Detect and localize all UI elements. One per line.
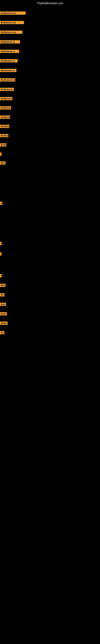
- bar-item-26: Bo: [0, 331, 4, 334]
- bar-item-24: Bottl: [0, 312, 7, 315]
- bar-label-22: Bo: [0, 293, 4, 296]
- bar-label-3: Bottleneck re: [0, 40, 20, 44]
- bar-item-21: Bott: [0, 283, 6, 287]
- bar-label-25: Bottle: [0, 322, 8, 325]
- bar-item-4: Bottleneck re: [0, 49, 19, 53]
- bar-label-18: B: [0, 242, 2, 245]
- bar-item-2: Bottleneck res: [0, 30, 22, 34]
- bar-item-15: |: [0, 152, 1, 156]
- bar-item-0: Bottleneck res: [0, 11, 26, 15]
- bar-item-22: Bo: [0, 293, 4, 296]
- bar-label-0: Bottleneck res: [0, 12, 26, 15]
- bar-item-14: Bottle: [0, 143, 6, 146]
- bar-item-25: Bottle: [0, 321, 8, 325]
- bar-item-7: Bottleneck re: [0, 78, 15, 82]
- bar-item-11: Bottleneck: [0, 115, 10, 119]
- bar-label-8: Bottleneck re: [0, 88, 14, 91]
- bar-item-19: |: [0, 252, 1, 256]
- bar-item-12: Bottleneck: [0, 124, 9, 128]
- bar-label-2: Bottleneck res: [0, 30, 22, 34]
- bar-label-11: Bottleneck: [0, 116, 10, 119]
- bar-label-20: B: [0, 274, 2, 277]
- bar-label-16: Bott: [0, 162, 6, 164]
- bar-item-8: Bottleneck re: [0, 87, 14, 91]
- bar-label-15: |: [0, 152, 1, 156]
- bar-label-12: Bottleneck: [0, 125, 9, 128]
- bar-label-14: Bottle: [0, 143, 6, 146]
- bar-item-18: B: [0, 242, 2, 245]
- bar-item-16: Bott: [0, 161, 6, 164]
- bar-label-1: Bottleneck res: [0, 21, 24, 24]
- bar-item-13: Bottleneck: [0, 134, 8, 137]
- bar-label-23: Bott: [0, 303, 6, 306]
- bar-item-17: 6: [0, 201, 2, 205]
- site-title: TheBottlenecker.com: [0, 0, 100, 6]
- bar-item-1: Bottleneck res: [0, 20, 24, 24]
- bar-item-20: B: [0, 274, 2, 277]
- bar-label-21: Bott: [0, 284, 6, 287]
- bar-item-9: Bottleneck r: [0, 96, 12, 100]
- bar-label-10: Bottleneck r: [0, 106, 11, 110]
- bar-label-4: Bottleneck re: [0, 50, 19, 53]
- bar-item-10: Bottleneck r: [0, 106, 11, 110]
- bar-item-6: Bottleneck re: [0, 68, 16, 72]
- bar-item-3: Bottleneck re: [0, 40, 20, 44]
- bar-label-7: Bottleneck re: [0, 78, 15, 82]
- bar-label-6: Bottleneck re: [0, 69, 16, 72]
- bar-label-5: Bottleneck re: [0, 59, 18, 62]
- bar-label-19: |: [0, 252, 1, 256]
- bar-label-13: Bottleneck: [0, 134, 8, 137]
- bar-label-17: 6: [0, 202, 2, 205]
- bar-item-23: Bott: [0, 302, 6, 306]
- bar-label-26: Bo: [0, 331, 4, 334]
- bar-item-5: Bottleneck re: [0, 59, 18, 62]
- bar-label-24: Bottl: [0, 312, 7, 315]
- bar-label-9: Bottleneck r: [0, 97, 12, 100]
